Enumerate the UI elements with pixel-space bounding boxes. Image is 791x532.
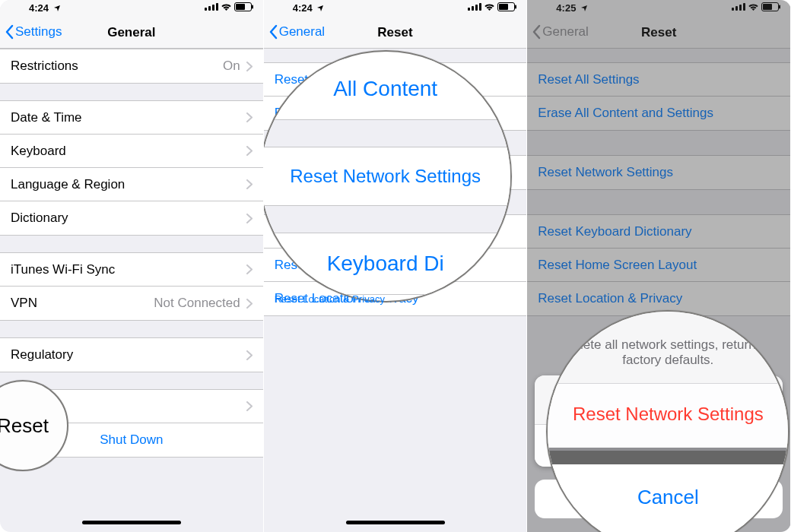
svg-rect-1: [236, 4, 245, 10]
status-bar: 4:24: [264, 0, 527, 17]
chevron-right-icon: [246, 146, 253, 156]
row-reset-all[interactable]: Reset All Settings: [527, 63, 790, 97]
nav-bar: Settings General: [0, 17, 263, 49]
chevron-right-icon: [246, 179, 253, 189]
row-label: Reset Home Screen Layout: [538, 258, 697, 273]
home-indicator[interactable]: [346, 521, 445, 524]
svg-rect-4: [499, 4, 508, 10]
mag-message: delete all network settings, return to f…: [548, 312, 788, 384]
row-label: Reset Keyboard Dictionary: [275, 224, 428, 239]
wifi-icon: [748, 3, 759, 11]
status-right: [732, 2, 781, 11]
row-label: Restrictions: [11, 59, 78, 74]
row-label: Date & Time: [11, 110, 82, 125]
sheet-cancel-button[interactable]: Cancel: [535, 480, 783, 518]
row-restrictions[interactable]: Restrictions On: [0, 49, 263, 83]
sheet-confirm-button[interactable]: Reset Network Settings: [535, 425, 783, 467]
row-label: Reset All Settings: [275, 72, 376, 87]
row-label: VPN: [11, 296, 37, 311]
row-erase-all[interactable]: Erase All Content and Settings: [264, 97, 527, 130]
svg-rect-7: [763, 4, 772, 10]
nav-title: Reset: [264, 25, 527, 40]
row-reset-keyboard[interactable]: Reset Keyboard Dictionary: [264, 215, 527, 249]
row-label: Keyboard: [11, 144, 66, 159]
phone-confirm-screen: 4:25 General Reset Reset All Settings Er…: [527, 0, 791, 532]
status-bar: 4:25: [527, 0, 790, 17]
battery-icon: [234, 2, 254, 11]
chevron-right-icon: [246, 214, 253, 223]
chevron-right-icon: [246, 62, 253, 71]
row-label: Reset All Settings: [538, 72, 639, 87]
row-shutdown[interactable]: Shut Down: [0, 423, 263, 457]
row-label: Reset Home Screen Layout: [275, 258, 434, 273]
phone-reset-screen: 4:24 General Reset Reset All Settings Er…: [264, 0, 528, 532]
wifi-icon: [484, 3, 495, 11]
phone-general-screen: 4:24 Settings General Restrictions On Da: [0, 0, 264, 532]
row-reset-location[interactable]: Reset Location & Privacy: [527, 282, 790, 315]
status-time-text: 4:24: [29, 2, 49, 14]
sheet-message: This will delete all network settings, r…: [535, 375, 783, 425]
location-icon: [53, 5, 61, 12]
row-reset-network[interactable]: Reset Network Settings: [264, 156, 527, 189]
signal-icon: [205, 3, 218, 11]
chevron-right-icon: [246, 299, 253, 309]
reset-list: Reset All Settings Erase All Content and…: [527, 49, 790, 316]
row-label: Erase All Content and Settings: [538, 106, 713, 121]
svg-rect-5: [515, 5, 516, 9]
nav-title: General: [0, 25, 263, 40]
row-datetime[interactable]: Date & Time: [0, 101, 263, 135]
row-reset-all[interactable]: Reset All Settings: [264, 63, 527, 97]
svg-rect-2: [252, 5, 253, 9]
chevron-right-icon: [246, 264, 253, 274]
nav-bar: General Reset: [264, 17, 527, 49]
row-label: Reset Network Settings: [538, 165, 673, 180]
signal-icon: [732, 3, 745, 11]
nav-bar: General Reset: [527, 17, 790, 49]
row-reset-home[interactable]: Reset Home Screen Layout: [527, 249, 790, 282]
settings-list: Restrictions On Date & Time Keyboard Lan…: [0, 49, 263, 458]
location-icon: [316, 5, 324, 12]
visible-reset-location: Reset Location & Privacy: [264, 293, 385, 305]
row-label: Reset Keyboard Dictionary: [538, 224, 691, 239]
status-time-text: 4:25: [556, 2, 576, 14]
row-detail: On: [223, 59, 240, 74]
status-right: [468, 2, 517, 11]
row-language-region[interactable]: Language & Region: [0, 168, 263, 201]
row-keyboard[interactable]: Keyboard: [0, 135, 263, 168]
status-time-text: 4:24: [293, 2, 313, 14]
row-label: Regulatory: [11, 347, 73, 363]
row-label: Language & Region: [11, 177, 125, 192]
row-label: Reset Network Settings: [275, 165, 410, 180]
row-reset-home[interactable]: Reset Home Screen Layout: [264, 249, 527, 282]
svg-rect-8: [779, 5, 780, 9]
status-time: 4:25: [556, 2, 588, 14]
row-regulatory[interactable]: Regulatory: [0, 338, 263, 372]
status-bar: 4:24: [0, 0, 263, 17]
status-time: 4:24: [29, 2, 61, 14]
row-label: Dictionary: [11, 211, 68, 226]
reset-list: Reset All Settings Erase All Content and…: [264, 49, 527, 506]
row-label: Reset: [11, 399, 44, 414]
status-right: [205, 2, 254, 11]
row-erase-all[interactable]: Erase All Content and Settings: [527, 97, 790, 130]
row-itunes-sync[interactable]: iTunes Wi-Fi Sync: [0, 253, 263, 287]
battery-icon: [761, 2, 781, 11]
home-indicator[interactable]: [82, 521, 181, 524]
battery-icon: [497, 2, 517, 11]
row-label: Erase All Content and Settings: [275, 106, 450, 121]
chevron-right-icon: [246, 112, 253, 122]
status-time: 4:24: [293, 2, 325, 14]
row-vpn[interactable]: VPN Not Connected: [0, 287, 263, 320]
row-reset-keyboard[interactable]: Reset Keyboard Dictionary: [527, 215, 790, 249]
wifi-icon: [221, 3, 232, 11]
action-sheet: This will delete all network settings, r…: [535, 375, 783, 467]
row-dictionary[interactable]: Dictionary: [0, 201, 263, 235]
row-reset[interactable]: Reset: [0, 390, 263, 423]
signal-icon: [468, 3, 481, 11]
row-label: Shut Down: [100, 432, 163, 448]
nav-title: Reset: [527, 25, 790, 40]
row-detail: Not Connected: [154, 296, 240, 311]
location-icon: [580, 5, 588, 12]
row-reset-network[interactable]: Reset Network Settings: [527, 156, 790, 189]
row-label: iTunes Wi-Fi Sync: [11, 262, 115, 277]
